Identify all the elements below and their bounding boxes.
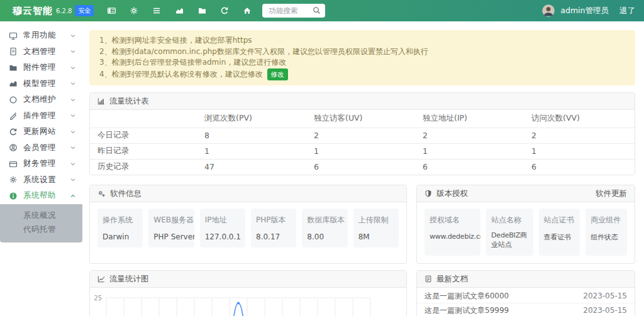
folder-icon[interactable] xyxy=(194,4,209,18)
sidebar-item-update-site[interactable]: 更新网站 xyxy=(0,124,82,140)
column-header-uv: 独立访客(UV) xyxy=(306,110,415,128)
chevron-down-icon xyxy=(70,65,75,70)
sidebar-item-document-maintenance[interactable]: 文档维护 xyxy=(0,92,82,108)
cell: 1 xyxy=(415,143,524,159)
wallet-icon xyxy=(9,160,18,168)
sidebar-item-label: 附件管理 xyxy=(23,62,70,73)
chart-icon[interactable] xyxy=(172,4,187,18)
card-header: 版本授权 软件更新 xyxy=(417,185,635,202)
sidebar-item-label: 系统帮助 xyxy=(23,190,70,201)
sidebar-item-attachment-management[interactable]: 附件管理 xyxy=(0,60,82,76)
chevron-down-icon xyxy=(70,97,75,102)
topbar: 穆云智能 6.2.8 安全 xyxy=(0,0,644,21)
sidebar-item-label: 插件管理 xyxy=(23,111,70,121)
license-box-certificate: 站点证书 查看证书 xyxy=(539,209,580,256)
sidebar-subitem-code-hosting[interactable]: 代码托管 xyxy=(0,222,82,237)
chevron-down-icon xyxy=(70,81,75,86)
alert-line: 1、检测到网址非安全链接，建议您部署https xyxy=(99,35,625,46)
latest-docs-card: 最新文档 这是一篇测试文章60000 2023-05-15 这是一篇测试文章59… xyxy=(416,270,635,316)
card-header: 流量统计图 xyxy=(90,271,406,288)
security-badge[interactable]: 安全 xyxy=(75,5,94,16)
info-label: 授权域名 xyxy=(430,215,475,226)
refresh-icon xyxy=(9,128,18,136)
card-title: 流量统计表 xyxy=(109,96,149,107)
column-header-vv: 访问次数(VV) xyxy=(524,110,635,128)
software-update-link[interactable]: 软件更新 xyxy=(596,188,627,199)
doc-title-link[interactable]: 这是一篇测试文章60000 xyxy=(425,291,509,302)
sidebar-subitem-system-overview[interactable]: 系统概况 xyxy=(0,209,82,223)
license-box-sitename: 站点名称 DedeBIZ商业站点 xyxy=(486,209,533,256)
folder-icon xyxy=(9,63,18,72)
view-certificate-link[interactable]: 查看证书 xyxy=(544,232,575,242)
sidebar-item-member-management[interactable]: 会员管理 xyxy=(0,140,82,156)
card-header: 流量统计表 xyxy=(90,93,635,110)
bar-chart-icon xyxy=(97,97,105,105)
info-value: www.dedebiz.com xyxy=(430,232,475,241)
info-value: 8M xyxy=(358,232,394,241)
svg-text:25: 25 xyxy=(94,295,102,302)
alert-line: 2、检测到data/common.inc.php数据库文件写入权限，建议您以管理… xyxy=(99,46,625,58)
cell: 1 xyxy=(306,143,415,159)
license-box-components: 商业组件 组件状态 xyxy=(586,209,627,256)
topbar-icons xyxy=(104,4,255,18)
info-icon xyxy=(9,192,18,200)
card-header: 软件信息 xyxy=(90,185,406,202)
traffic-line-chart: 2520 xyxy=(90,288,406,316)
sidebar-item-system-help[interactable]: 系统帮助 xyxy=(0,188,82,204)
cell: 8 xyxy=(197,128,306,143)
user-name[interactable]: admin管理员 xyxy=(560,6,609,16)
sidebar-item-system-settings[interactable]: 系统设置 xyxy=(0,172,82,188)
file-icon xyxy=(9,47,18,56)
chart-area: 2520 xyxy=(90,288,406,316)
logout-link[interactable]: 退了 xyxy=(619,6,635,16)
alert-line: 3、检测到后台管理登录链接带admin，建议您进行修改 xyxy=(99,57,625,68)
chevron-down-icon xyxy=(70,33,75,38)
license-card: 版本授权 软件更新 授权域名 www.dedebiz.com 站点名称 Dede… xyxy=(416,185,635,264)
refresh-icon[interactable] xyxy=(217,4,232,18)
info-value: 8.0.17 xyxy=(256,232,291,241)
sidebar-item-label: 财务管理 xyxy=(23,158,70,169)
user-icon xyxy=(9,143,18,152)
home-icon[interactable] xyxy=(240,4,255,18)
sidebar-item-plugin-management[interactable]: 插件管理 xyxy=(0,108,82,124)
menu-icon[interactable] xyxy=(149,4,164,18)
list-item: 这是一篇测试文章60000 2023-05-15 xyxy=(417,289,635,303)
chevron-down-icon xyxy=(70,113,75,118)
shield-icon xyxy=(425,190,432,197)
sidebar-item-document-management[interactable]: 文档管理 xyxy=(0,44,82,60)
software-info-grid: 操作系统 Darwin WEB服务器 PHP Server IP地址 127.0… xyxy=(90,202,406,255)
avatar[interactable] xyxy=(542,4,555,17)
chevron-down-icon xyxy=(70,129,75,134)
cell: 2 xyxy=(524,128,635,143)
column-header-empty xyxy=(90,110,197,128)
info-value: 127.0.0.1 xyxy=(205,232,240,241)
sidebar-item-finance-management[interactable]: 财务管理 xyxy=(0,156,82,172)
sidebar-item-model-management[interactable]: 模型管理 xyxy=(0,76,82,92)
sidebar: 常用功能 文档管理 附件管理 模型管理 文档维护 插件管理 xyxy=(0,21,82,316)
brand-version: 6.2.8 xyxy=(56,8,72,14)
info-value: DedeBIZ商业站点 xyxy=(491,231,528,249)
sidebar-item-label: 常用功能 xyxy=(23,30,70,41)
row-label: 昨日记录 xyxy=(90,143,197,159)
column-header-ip: 独立地址(IP) xyxy=(415,110,524,128)
row-label: 历史记录 xyxy=(90,159,197,175)
panel-toggle-icon[interactable] xyxy=(104,4,119,18)
fix-badge[interactable]: 修改 xyxy=(267,68,288,81)
card-title: 软件信息 xyxy=(110,188,142,199)
cell: 47 xyxy=(197,159,306,175)
doc-title-link[interactable]: 这是一篇测试文章59999 xyxy=(425,305,509,316)
gear-icon xyxy=(9,175,18,184)
monitor-icon xyxy=(9,31,18,40)
topbar-user-area: admin管理员 退了 xyxy=(542,4,635,17)
cell: 6 xyxy=(415,159,524,175)
info-label: 上传限制 xyxy=(358,215,394,226)
chevron-up-icon xyxy=(70,193,75,199)
cell: 2 xyxy=(415,128,524,143)
list-item: 这是一篇测试文章59999 2023-05-15 xyxy=(417,303,635,316)
docs-list: 这是一篇测试文章60000 2023-05-15 这是一篇测试文章59999 2… xyxy=(417,288,635,316)
search-icon[interactable] xyxy=(313,6,321,14)
sidebar-item-common-functions[interactable]: 常用功能 xyxy=(0,28,82,44)
gear-icon[interactable] xyxy=(126,4,142,18)
component-status-link[interactable]: 组件状态 xyxy=(591,232,622,242)
sidebar-submenu: 系统概况 代码托管 xyxy=(0,204,82,242)
